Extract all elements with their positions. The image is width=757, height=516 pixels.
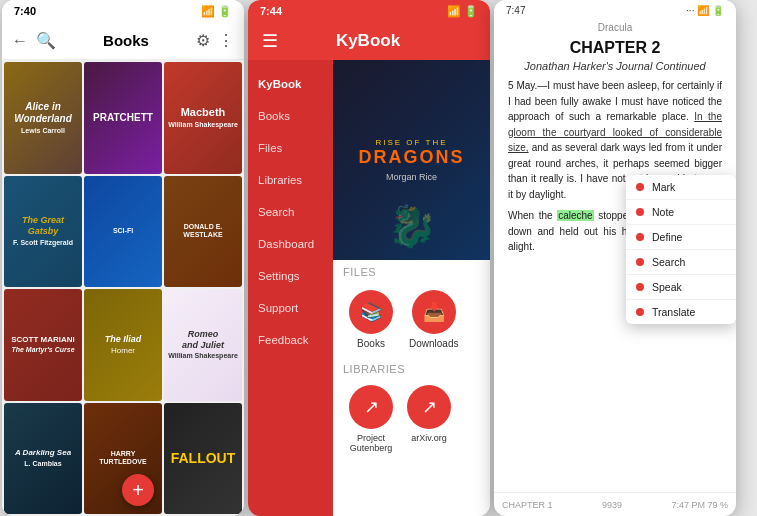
phone2-header: ☰ KyBook xyxy=(248,22,490,60)
reader-bottom-bar: CHAPTER 1 9939 7:47 PM 79 % xyxy=(494,492,736,516)
context-menu-speak-label: Speak xyxy=(652,281,682,293)
phone2-main-content: RISE OF THE DRAGONS Morgan Rice 🐉 Files … xyxy=(333,60,490,516)
books-button[interactable]: 📚 Books xyxy=(349,290,393,349)
more-icon[interactable]: ⋮ xyxy=(218,31,234,50)
phone2-status-bar: 7:44 📶 🔋 xyxy=(248,0,490,22)
back-icon[interactable]: ← xyxy=(12,32,28,50)
gutenberg-icon: ↗ xyxy=(349,385,393,429)
phone2-body: KyBook Books Files Libraries Search Dash… xyxy=(248,60,490,516)
book-cover-mariani[interactable]: SCOTT MARIANIThe Martyr's Curse xyxy=(4,289,82,401)
phone3-status-icons: ··· 📶 🔋 xyxy=(686,5,724,16)
files-section-label: Files xyxy=(333,260,490,280)
search-dot xyxy=(636,258,644,266)
book-cover-iliad[interactable]: The IliadHomer xyxy=(84,289,162,401)
books-label: Books xyxy=(357,338,385,349)
sidebar-item-search[interactable]: Search xyxy=(248,196,333,228)
sidebar-item-libraries[interactable]: Libraries xyxy=(248,164,333,196)
books-icon: 📚 xyxy=(349,290,393,334)
sidebar-item-dashboard[interactable]: Dashboard xyxy=(248,228,333,260)
context-menu-speak[interactable]: Speak xyxy=(626,275,736,300)
phone1-title: Books xyxy=(64,32,188,49)
context-menu: Mark Note Define Search Speak Translate xyxy=(626,175,736,324)
add-book-fab[interactable]: + xyxy=(122,474,154,506)
sidebar-item-books[interactable]: Books xyxy=(248,100,333,132)
context-menu-mark-label: Mark xyxy=(652,181,675,193)
phone2-kybook: 7:44 📶 🔋 ☰ KyBook KyBook Books Files Lib… xyxy=(248,0,490,516)
book-cover-fallout[interactable]: FALLOUT xyxy=(164,403,242,515)
note-dot xyxy=(636,208,644,216)
chapter-title: CHAPTER 2 xyxy=(508,39,722,57)
book-cover-darkling[interactable]: A Darkling SeaL. Cambias xyxy=(4,403,82,515)
mark-dot xyxy=(636,183,644,191)
phone2-featured-book[interactable]: RISE OF THE DRAGONS Morgan Rice 🐉 xyxy=(333,60,490,260)
context-menu-note-label: Note xyxy=(652,206,674,218)
context-menu-search[interactable]: Search xyxy=(626,250,736,275)
arxiv-button[interactable]: ↗ arXiv.org xyxy=(407,385,451,453)
sidebar-item-settings[interactable]: Settings xyxy=(248,260,333,292)
arxiv-icon: ↗ xyxy=(407,385,451,429)
project-gutenberg-button[interactable]: ↗ ProjectGutenberg xyxy=(349,385,393,453)
book-name-label: Dracula xyxy=(494,20,736,35)
sidebar-item-files[interactable]: Files xyxy=(248,132,333,164)
search-icon[interactable]: 🔍 xyxy=(36,31,56,50)
downloads-label: Downloads xyxy=(409,338,458,349)
underlined-text: In the gloom the courtyard looked of con… xyxy=(508,111,722,153)
filter-icon[interactable]: ⚙ xyxy=(196,31,210,50)
context-menu-note[interactable]: Note xyxy=(626,200,736,225)
book-cover-turtledove[interactable]: HARRYTURTLEDOVE + xyxy=(84,403,162,515)
translate-dot xyxy=(636,308,644,316)
book-cover-romeo[interactable]: Romeoand JulietWilliam Shakespeare xyxy=(164,289,242,401)
context-menu-search-label: Search xyxy=(652,256,685,268)
sidebar-item-support[interactable]: Support xyxy=(248,292,333,324)
phone3-reader: 7:47 ··· 📶 🔋 Dracula CHAPTER 2 Jonathan … xyxy=(494,0,736,516)
phone2-sidebar: KyBook Books Files Libraries Search Dash… xyxy=(248,60,333,516)
book-cover-gatsby[interactable]: The GreatGatsbyF. Scott Fitzgerald xyxy=(4,176,82,288)
page-number: 9939 xyxy=(602,500,622,510)
context-menu-mark[interactable]: Mark xyxy=(626,175,736,200)
book-cover-macbeth[interactable]: MacbethWilliam Shakespeare xyxy=(164,62,242,174)
gutenberg-label: ProjectGutenberg xyxy=(350,433,393,453)
book-main-title: DRAGONS xyxy=(358,147,464,168)
files-icons-row: 📚 Books 📥 Downloads xyxy=(333,280,490,359)
menu-icon[interactable]: ☰ xyxy=(262,30,278,52)
libraries-row: ↗ ProjectGutenberg ↗ arXiv.org xyxy=(333,377,490,461)
book-cover-pratchett[interactable]: PRATCHETT xyxy=(84,62,162,174)
book-author-label: Morgan Rice xyxy=(358,172,464,182)
context-menu-translate[interactable]: Translate xyxy=(626,300,736,324)
reader-content: CHAPTER 2 Jonathan Harker's Journal Cont… xyxy=(494,35,736,492)
chapter-indicator: CHAPTER 1 xyxy=(502,500,553,510)
chapter-subtitle: Jonathan Harker's Journal Continued xyxy=(508,60,722,72)
highlighted-word[interactable]: caleche xyxy=(557,210,593,221)
phone1-books: 7:40 📶 🔋 ← 🔍 Books ⚙ ⋮ Alice inWonderlan… xyxy=(2,0,244,516)
phone2-status-icons: 📶 🔋 xyxy=(447,5,478,18)
book-cover-westlake[interactable]: DONALD E.WESTLAKE xyxy=(164,176,242,288)
phone2-title: KyBook xyxy=(336,31,400,51)
book-cover-alice[interactable]: Alice inWonderlandLewis Carroll xyxy=(4,62,82,174)
context-menu-define[interactable]: Define xyxy=(626,225,736,250)
dragon-decoration: 🐉 xyxy=(387,203,437,250)
phone2-time: 7:44 xyxy=(260,5,282,17)
context-menu-translate-label: Translate xyxy=(652,306,695,318)
phone1-time: 7:40 xyxy=(14,5,36,17)
phone3-status-bar: 7:47 ··· 📶 🔋 xyxy=(494,0,736,20)
arxiv-label: arXiv.org xyxy=(411,433,446,443)
book-series-label: RISE OF THE xyxy=(358,138,464,147)
book-cover-fantasy[interactable]: SCI-FI xyxy=(84,176,162,288)
time-battery: 7:47 PM 79 % xyxy=(671,500,728,510)
books-grid: Alice inWonderlandLewis Carroll PRATCHET… xyxy=(2,60,244,516)
speak-dot xyxy=(636,283,644,291)
downloads-icon: 📥 xyxy=(412,290,456,334)
phone1-header: ← 🔍 Books ⚙ ⋮ xyxy=(2,22,244,60)
sidebar-item-feedback[interactable]: Feedback xyxy=(248,324,333,356)
phone1-status-icons: 📶 🔋 xyxy=(201,5,232,18)
sidebar-item-kybook[interactable]: KyBook xyxy=(248,68,333,100)
phone1-status-bar: 7:40 📶 🔋 xyxy=(2,0,244,22)
define-dot xyxy=(636,233,644,241)
book-title-display: RISE OF THE DRAGONS Morgan Rice xyxy=(358,138,464,182)
phone3-time: 7:47 xyxy=(506,5,525,16)
context-menu-define-label: Define xyxy=(652,231,682,243)
downloads-button[interactable]: 📥 Downloads xyxy=(409,290,458,349)
libraries-section-label: Libraries xyxy=(333,359,490,377)
